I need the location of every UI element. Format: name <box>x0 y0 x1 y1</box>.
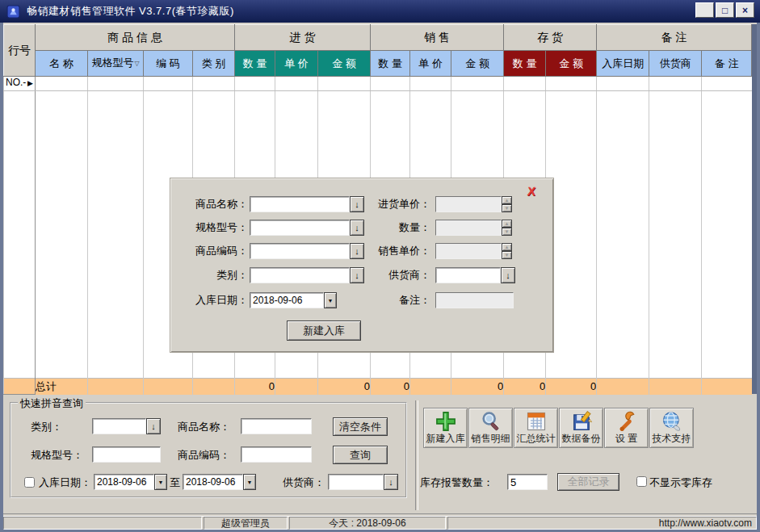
dialog-close-icon[interactable]: X <box>523 185 540 198</box>
grid-cell[interactable] <box>36 77 88 91</box>
grid-cell[interactable] <box>451 77 504 91</box>
sale-price-input[interactable] <box>435 243 502 259</box>
query-date-from-input[interactable] <box>94 474 154 490</box>
qty-input[interactable] <box>435 220 502 236</box>
total-stock-amount: 0 <box>546 379 597 395</box>
spin-down-icon[interactable]: ▼ <box>502 204 512 212</box>
main-toolbar: 新建入库 销售明细 汇总统计 数据备份 <box>423 408 694 448</box>
col-header-stock-qty[interactable]: 数 量 <box>504 51 546 77</box>
stock-alert-input[interactable] <box>507 474 548 490</box>
grid-cell[interactable] <box>597 77 649 91</box>
col-header-remark[interactable]: 备 注 <box>702 51 752 77</box>
query-spec-input[interactable] <box>92 446 161 463</box>
query-date-to-input[interactable] <box>183 474 243 490</box>
grid-cell[interactable] <box>318 77 371 91</box>
hide-zero-stock-checkbox[interactable] <box>636 476 647 487</box>
col-header-sales-amount[interactable]: 金 额 <box>451 51 504 77</box>
grid-cell[interactable] <box>546 77 597 91</box>
date-dropdown-icon[interactable]: ▼ <box>243 474 256 490</box>
stats-calendar-icon <box>525 410 548 433</box>
total-remark <box>702 379 752 395</box>
grid-cell[interactable] <box>144 77 193 91</box>
new-stock-in-button[interactable]: 新建入库 <box>287 320 361 341</box>
spin-up-icon[interactable]: ▲ <box>502 196 512 204</box>
panel-divider <box>415 400 418 510</box>
query-code-label: 商品编码： <box>178 447 230 463</box>
search-button[interactable]: 查询 <box>333 446 388 464</box>
remark-input[interactable] <box>435 292 514 308</box>
maximize-button[interactable]: □ <box>716 2 734 18</box>
spin-down-icon[interactable]: ▼ <box>502 251 512 259</box>
col-header-stock-amount[interactable]: 金 额 <box>546 51 597 77</box>
spec-label: 规格型号： <box>177 220 248 236</box>
col-header-row-number[interactable]: 行号 <box>4 25 36 77</box>
category-label: 类别： <box>177 267 248 283</box>
grid-cell[interactable] <box>504 77 546 91</box>
spin-up-icon[interactable]: ▲ <box>502 243 512 251</box>
close-button[interactable]: × <box>736 2 754 18</box>
query-category-combo: ↓ <box>92 418 161 434</box>
grid-cell[interactable] <box>371 77 410 91</box>
supplier-input[interactable] <box>435 267 501 283</box>
query-date-from-picker: ▼ <box>94 474 167 490</box>
product-name-label: 商品名称： <box>177 196 248 212</box>
window-frame-right <box>757 23 760 532</box>
col-header-date[interactable]: 入库日期 <box>597 51 649 77</box>
toolbar-new-stock-in-button[interactable]: 新建入库 <box>423 408 468 448</box>
col-header-purchase-amount[interactable]: 金 额 <box>318 51 371 77</box>
toolbar-sales-detail-button[interactable]: 销售明细 <box>468 408 513 448</box>
toolbar-button-label: 新建入库 <box>426 433 465 444</box>
grid-cell[interactable] <box>702 77 752 91</box>
toolbar-summary-stats-button[interactable]: 汇总统计 <box>514 408 558 448</box>
grid-cell[interactable] <box>410 77 451 91</box>
total-label: 总计 <box>36 379 88 395</box>
col-header-purchase-price[interactable]: 单 价 <box>275 51 318 77</box>
title-bar[interactable]: 畅销建材销售管理软件 V3.7.7(春节珍藏版) _ □ × <box>0 0 760 23</box>
minimize-button[interactable]: _ <box>695 2 714 18</box>
product-name-input[interactable] <box>250 196 350 212</box>
spec-combo: ↓ <box>250 220 364 236</box>
query-date-checkbox[interactable] <box>24 477 35 488</box>
query-category-dropdown-icon[interactable]: ↓ <box>146 418 161 434</box>
col-header-supplier[interactable]: 供货商 <box>649 51 702 77</box>
all-records-button[interactable]: 全部记录 <box>557 473 619 491</box>
col-header-sales-price[interactable]: 单 价 <box>410 51 451 77</box>
col-header-category[interactable]: 类 别 <box>193 51 235 77</box>
query-category-label: 类别： <box>31 419 62 435</box>
product-name-combo: ↓ <box>250 196 364 212</box>
date-input[interactable] <box>250 292 324 308</box>
grid-cell[interactable] <box>649 77 702 91</box>
maximize-icon: □ <box>722 6 728 15</box>
spin-down-icon[interactable]: ▼ <box>502 228 512 236</box>
col-header-code[interactable]: 编 码 <box>144 51 193 77</box>
supplier-dropdown-icon[interactable]: ↓ <box>501 267 515 283</box>
grid-cell[interactable] <box>88 77 144 91</box>
toolbar-settings-button[interactable]: 设 置 <box>604 408 649 448</box>
clear-conditions-button[interactable]: 清空条件 <box>333 417 388 436</box>
col-header-purchase-qty[interactable]: 数 量 <box>235 51 275 77</box>
spin-up-icon[interactable]: ▲ <box>502 220 512 228</box>
toolbar-tech-support-button[interactable]: 技术支持 <box>649 408 694 448</box>
query-product-name-label: 商品名称： <box>178 419 230 435</box>
toolbar-data-backup-button[interactable]: 数据备份 <box>559 408 603 448</box>
code-input[interactable] <box>250 243 350 259</box>
grid-cell[interactable] <box>235 77 275 91</box>
col-header-sales-qty[interactable]: 数 量 <box>371 51 410 77</box>
grid-cell[interactable] <box>275 77 318 91</box>
purchase-price-input[interactable] <box>435 196 502 212</box>
col-header-spec[interactable]: 规格型号▽ <box>88 51 144 77</box>
query-panel: 类别： ↓ 商品名称： 清空条件 规格型号： 商品编码： 查询 入库日期： ▼ … <box>10 402 407 498</box>
date-picker: ▼ <box>250 292 337 308</box>
date-dropdown-icon[interactable]: ▼ <box>154 474 167 490</box>
date-dropdown-icon[interactable]: ▼ <box>324 292 337 308</box>
col-header-name[interactable]: 名 称 <box>36 51 88 77</box>
spec-input[interactable] <box>250 220 350 236</box>
query-supplier-input[interactable] <box>328 474 384 490</box>
query-category-input[interactable] <box>92 418 146 434</box>
query-product-name-input[interactable] <box>241 418 312 434</box>
backup-disk-icon <box>570 410 593 433</box>
category-input[interactable] <box>250 267 350 283</box>
query-code-input[interactable] <box>241 446 312 463</box>
grid-cell[interactable] <box>193 77 235 91</box>
query-supplier-dropdown-icon[interactable]: ↓ <box>384 474 398 490</box>
